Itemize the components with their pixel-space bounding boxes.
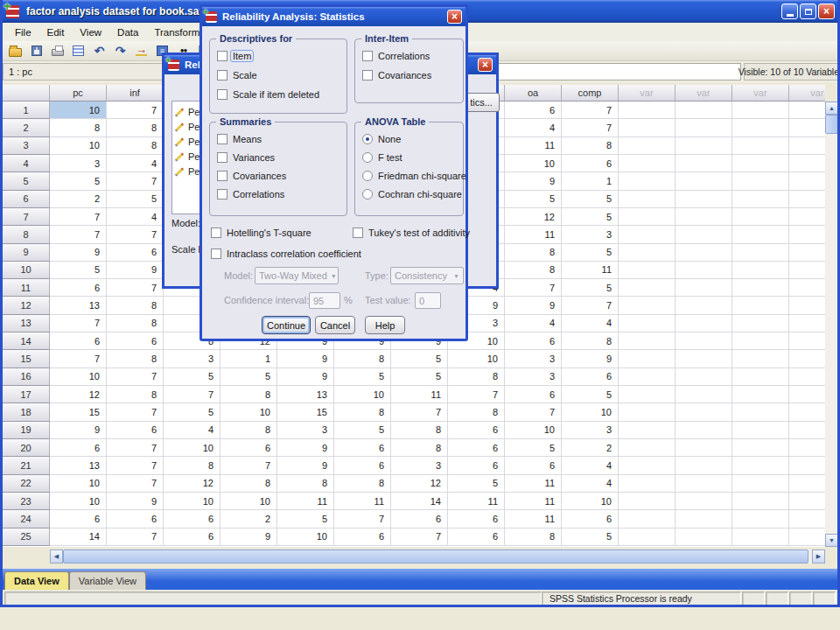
grid-cell[interactable]: 5 — [505, 439, 562, 457]
grid-cell[interactable] — [619, 172, 676, 190]
grid-cell[interactable]: 10 — [562, 493, 619, 510]
grid-cell[interactable] — [676, 422, 732, 439]
grid-cell[interactable]: 7 — [107, 403, 164, 421]
grid-cell[interactable] — [676, 315, 732, 332]
row-header[interactable]: 5 — [3, 172, 50, 190]
grid-cell[interactable] — [789, 137, 825, 155]
grid-cell[interactable]: 5 — [562, 279, 619, 297]
dialog-close-icon[interactable]: × — [447, 10, 462, 24]
grid-cell[interactable]: 3 — [277, 422, 334, 439]
grid-cell[interactable]: 7 — [107, 279, 164, 297]
grid-cell[interactable] — [676, 208, 732, 226]
scroll-up-icon[interactable]: ▲ — [825, 102, 838, 115]
grid-cell[interactable] — [619, 279, 676, 297]
grid-cell[interactable]: 7 — [391, 528, 448, 546]
row-header[interactable]: 16 — [3, 368, 50, 386]
grid-cell[interactable]: 8 — [107, 350, 164, 368]
grid-cell[interactable]: 8 — [448, 368, 505, 386]
grid-cell[interactable]: 5 — [50, 262, 107, 279]
row-header[interactable]: 3 — [3, 137, 50, 155]
grid-cell[interactable]: 3 — [391, 457, 448, 474]
grid-cell[interactable] — [619, 332, 676, 350]
grid-cell[interactable] — [619, 475, 676, 493]
grid-cell[interactable]: 6 — [164, 510, 220, 528]
grid-cell[interactable]: 6 — [164, 528, 220, 546]
grid-cell[interactable] — [789, 439, 825, 457]
grid-cell[interactable]: 5 — [562, 191, 619, 208]
grid-cell[interactable]: 10 — [220, 493, 277, 510]
grid-cell[interactable] — [732, 191, 789, 208]
grid-cell[interactable] — [789, 279, 825, 297]
grid-cell[interactable]: 8 — [50, 119, 107, 136]
grid-cell[interactable]: 11 — [505, 475, 562, 493]
row-header[interactable]: 6 — [3, 191, 50, 208]
grid-cell[interactable] — [789, 297, 825, 314]
grid-cell[interactable] — [732, 332, 789, 350]
grid-cell[interactable]: 9 — [220, 528, 277, 546]
grid-cell[interactable]: 10 — [50, 137, 107, 155]
grid-cell[interactable]: 8 — [220, 386, 277, 403]
grid-cell[interactable] — [789, 208, 825, 226]
row-header[interactable]: 20 — [3, 439, 50, 457]
grid-cell[interactable]: 10 — [220, 403, 277, 421]
checkbox-tukey[interactable]: Tukey's test of additivity — [353, 228, 470, 238]
continue-button[interactable]: Continue — [262, 316, 311, 334]
grid-cell[interactable]: 7 — [107, 475, 164, 493]
checkbox-scale-if-item-deleted[interactable]: Scale if item deleted — [217, 89, 343, 100]
grid-cell[interactable] — [676, 172, 732, 190]
grid-cell[interactable]: 3 — [164, 350, 220, 368]
grid-cell[interactable] — [619, 493, 676, 510]
grid-cell[interactable]: 14 — [50, 528, 107, 546]
grid-cell[interactable]: 8 — [220, 422, 277, 439]
grid-cell[interactable] — [619, 226, 676, 243]
tab-variable-view[interactable]: Variable View — [69, 571, 146, 590]
grid-cell[interactable] — [732, 119, 789, 136]
column-header-pc[interactable]: pc — [50, 85, 107, 102]
grid-cell[interactable]: 10 — [50, 368, 107, 386]
horizontal-scrollbar[interactable]: ◀ ▶ — [50, 550, 825, 564]
row-header[interactable]: 14 — [3, 332, 50, 350]
menu-data[interactable]: Data — [109, 25, 146, 39]
grid-cell[interactable]: 6 — [448, 528, 505, 546]
grid-cell[interactable]: 8 — [391, 422, 448, 439]
row-header[interactable]: 17 — [3, 386, 50, 403]
vertical-scrollbar[interactable]: ▲ ▼ — [825, 102, 838, 547]
radio-none[interactable]: None — [362, 134, 459, 144]
grid-cell[interactable] — [732, 262, 789, 279]
grid-cell[interactable]: 5 — [334, 368, 391, 386]
grid-cell[interactable]: 4 — [164, 422, 220, 439]
grid-cell[interactable]: 8 — [505, 244, 562, 262]
grid-cell[interactable]: 8 — [107, 137, 164, 155]
grid-cell[interactable]: 15 — [50, 403, 107, 421]
checkbox-means[interactable]: Means — [217, 134, 343, 144]
grid-cell[interactable]: 12 — [391, 475, 448, 493]
grid-cell[interactable]: 8 — [220, 475, 277, 493]
grid-cell[interactable]: 7 — [220, 457, 277, 474]
grid-cell[interactable]: 4 — [562, 475, 619, 493]
grid-cell[interactable] — [676, 279, 732, 297]
grid-cell[interactable] — [676, 475, 732, 493]
goto-case-icon[interactable]: → — [132, 43, 150, 60]
grid-cell[interactable] — [676, 457, 732, 474]
grid-cell[interactable] — [676, 297, 732, 314]
grid-cell[interactable] — [619, 102, 676, 119]
checkbox-intraclass[interactable]: Intraclass correlation coefficient — [211, 248, 361, 259]
grid-cell[interactable]: 5 — [562, 244, 619, 262]
row-header[interactable]: 21 — [3, 457, 50, 474]
grid-cell[interactable]: 9 — [562, 350, 619, 368]
grid-cell[interactable]: 5 — [164, 368, 220, 386]
grid-cell[interactable]: 5 — [334, 422, 391, 439]
grid-cell[interactable]: 5 — [391, 368, 448, 386]
checkbox-item[interactable]: Item — [217, 51, 343, 61]
restore-button[interactable] — [800, 4, 816, 19]
grid-cell[interactable]: 6 — [505, 386, 562, 403]
row-header[interactable]: 11 — [3, 279, 50, 297]
vertical-scroll-thumb[interactable] — [825, 115, 838, 134]
grid-cell[interactable]: 9 — [277, 457, 334, 474]
scroll-down-icon[interactable]: ▼ — [825, 534, 838, 547]
grid-cell[interactable]: 1 — [562, 172, 619, 190]
grid-cell[interactable]: 10 — [562, 403, 619, 421]
grid-cell[interactable]: 7 — [562, 297, 619, 314]
grid-cell[interactable] — [732, 279, 789, 297]
grid-cell[interactable]: 12 — [505, 208, 562, 226]
